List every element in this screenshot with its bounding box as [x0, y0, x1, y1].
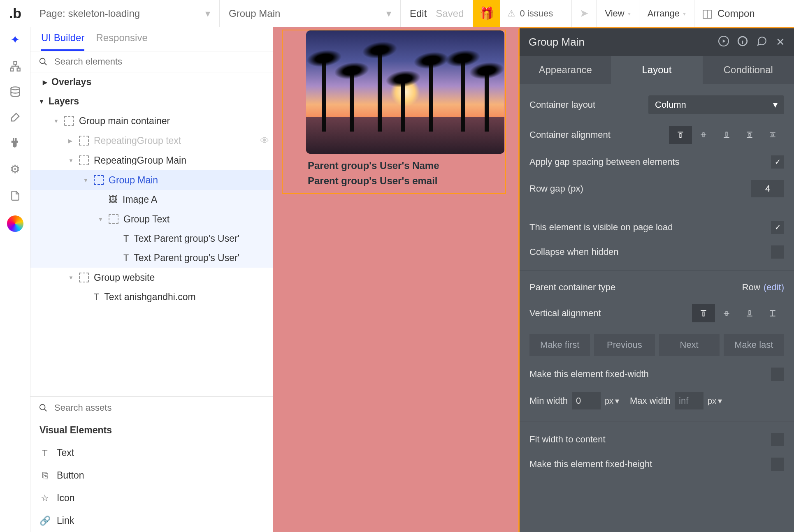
align-bottom-button[interactable]: [715, 126, 738, 144]
tree-item[interactable]: ▼Group Text: [30, 209, 273, 229]
parent-type-edit-link[interactable]: (edit): [764, 282, 784, 293]
chevron-down-icon: ▼: [83, 178, 89, 183]
data-icon[interactable]: [9, 86, 21, 97]
fixed-width-checkbox[interactable]: [771, 368, 784, 381]
tree-section-layers[interactable]: ▼Layers: [30, 92, 273, 111]
tree-item[interactable]: ▼RepeatingGroup Main: [30, 150, 273, 170]
previous-button[interactable]: Previous: [594, 334, 655, 356]
parent-type-label: Parent container type: [529, 282, 742, 293]
tree-item-label: Text Parent group's User': [134, 253, 239, 263]
page-picker[interactable]: Page: skeleton-loading ▾: [30, 0, 220, 27]
chevron-down-icon: ▼: [98, 217, 104, 222]
tree-item-label: RepeatingGroup text: [94, 136, 181, 146]
row-gap-input[interactable]: 4: [751, 180, 784, 197]
chevron-down-icon: ▾: [386, 8, 391, 19]
element-picker[interactable]: Group Main ▾: [220, 0, 401, 27]
property-inspector: Group Main ✕ Appearance Layout: [518, 27, 794, 532]
info-icon[interactable]: [737, 36, 748, 49]
preview-image: [306, 30, 504, 154]
visual-element-item[interactable]: ⎘Button: [30, 464, 273, 487]
max-width-unit[interactable]: px ▾: [708, 396, 722, 406]
tree-item[interactable]: ▼Group website: [30, 268, 273, 287]
gift-icon[interactable]: 🎁: [473, 0, 500, 27]
tree-item-label: Group Main: [109, 176, 158, 185]
edit-mode-label[interactable]: Edit: [410, 8, 427, 19]
valign-top-button[interactable]: [692, 304, 715, 322]
fit-width-label: Fit width to content: [529, 434, 771, 445]
apply-gap-checkbox[interactable]: ✓: [771, 155, 784, 169]
preview-card[interactable]: Parent group's User's Name Parent group'…: [306, 30, 504, 188]
visible-on-load-checkbox[interactable]: ✓: [771, 221, 784, 234]
issues-indicator[interactable]: ⚠ 0 issues: [500, 0, 572, 27]
tab-conditional[interactable]: Conditional: [703, 56, 794, 84]
fixed-height-checkbox[interactable]: [771, 458, 784, 471]
make-last-button[interactable]: Make last: [724, 334, 784, 356]
align-space-between-button[interactable]: [738, 126, 761, 144]
canvas[interactable]: Parent group's User's Name Parent group'…: [273, 27, 794, 532]
search-elements-input[interactable]: [54, 56, 265, 67]
fit-width-checkbox[interactable]: [771, 433, 784, 446]
element-type-icon: ☆: [39, 493, 50, 504]
tree-item[interactable]: ▼Group main container: [30, 111, 273, 131]
logs-icon[interactable]: [10, 190, 21, 201]
plugins-icon[interactable]: [9, 137, 21, 148]
close-icon[interactable]: ✕: [776, 36, 785, 49]
settings-icon[interactable]: ⚙: [10, 162, 20, 176]
tree-item[interactable]: TText Parent group's User': [30, 229, 273, 248]
tree-item-label: Text Parent group's User': [134, 234, 239, 243]
svg-rect-0: [14, 61, 16, 64]
align-top-button[interactable]: [669, 126, 692, 144]
nav-sidebar: ✦ ⚙: [0, 27, 30, 532]
tree-item[interactable]: ▶RepeatingGroup text👁: [30, 131, 273, 150]
image-icon: 🖼: [109, 195, 118, 204]
container-layout-select[interactable]: Column▾: [648, 95, 784, 114]
tab-layout[interactable]: Layout: [611, 56, 702, 84]
tab-appearance[interactable]: Appearance: [520, 56, 611, 84]
valign-bottom-button[interactable]: [738, 304, 761, 322]
fixed-width-label: Make this element fixed-width: [529, 369, 771, 379]
avatar[interactable]: [7, 215, 23, 232]
arrange-menu[interactable]: Arrange▾: [639, 0, 694, 27]
workflow-icon[interactable]: [9, 60, 21, 72]
tab-ui-builder[interactable]: UI Builder: [41, 32, 84, 51]
tree-item[interactable]: ▼Group Main: [30, 170, 273, 190]
row-gap-label: Row gap (px): [529, 183, 751, 194]
play-icon[interactable]: [718, 36, 729, 49]
tree-section-overlays[interactable]: ▶Overlays: [30, 72, 273, 92]
tree-item[interactable]: 🖼Image A: [30, 190, 273, 209]
search-assets-input[interactable]: [54, 402, 265, 413]
next-button[interactable]: Next: [659, 334, 720, 356]
valign-middle-button[interactable]: [715, 304, 738, 322]
group-icon: [79, 155, 89, 165]
tree-item[interactable]: TText Parent group's User': [30, 248, 273, 268]
tree-item-label: RepeatingGroup Main: [94, 156, 186, 165]
text-icon: T: [123, 234, 129, 243]
min-width-input[interactable]: 0: [572, 392, 601, 409]
tab-responsive[interactable]: Responsive: [96, 32, 147, 51]
container-layout-label: Container layout: [529, 99, 648, 110]
visual-element-item[interactable]: 🔗Link: [30, 509, 273, 532]
visual-element-item[interactable]: TText: [30, 442, 273, 464]
view-menu[interactable]: View▾: [597, 0, 639, 27]
valign-stretch-button[interactable]: [761, 304, 784, 322]
svg-point-4: [40, 58, 45, 64]
cursor-tool[interactable]: ➤: [572, 0, 597, 27]
styles-icon[interactable]: [9, 111, 21, 123]
hidden-icon[interactable]: 👁: [260, 136, 269, 146]
components-menu[interactable]: ◫ Compon: [694, 7, 762, 20]
min-width-unit[interactable]: px ▾: [605, 396, 619, 406]
tree-item[interactable]: TText anishgandhi.com: [30, 287, 273, 307]
visual-elements-header[interactable]: Visual Elements: [30, 419, 273, 442]
max-width-input[interactable]: inf: [675, 392, 703, 409]
design-icon[interactable]: ✦: [10, 33, 20, 46]
make-first-button[interactable]: Make first: [529, 334, 590, 356]
comment-icon[interactable]: [756, 36, 768, 49]
edit-save-state: Edit Saved: [401, 0, 473, 27]
group-icon: [94, 175, 104, 185]
container-alignment-buttons: [669, 126, 784, 144]
svg-rect-1: [10, 68, 13, 71]
align-space-around-button[interactable]: [761, 126, 784, 144]
collapse-hidden-checkbox[interactable]: [771, 245, 784, 259]
visual-element-item[interactable]: ☆Icon: [30, 487, 273, 509]
align-middle-button[interactable]: [692, 126, 715, 144]
